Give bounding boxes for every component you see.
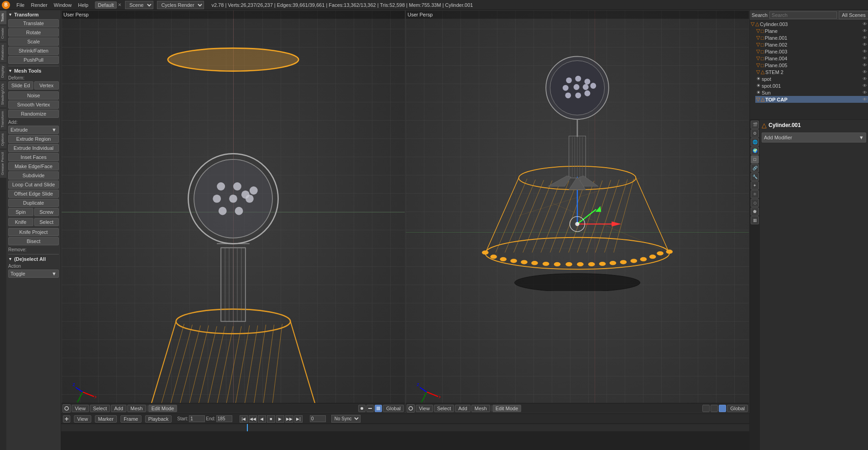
tab-options[interactable]: Options xyxy=(0,130,6,149)
loop-cut-slide-btn[interactable]: Loop Cut and Slide xyxy=(8,180,59,189)
timeline-icon[interactable] xyxy=(63,415,70,423)
prop-tab-world[interactable]: 🌍 xyxy=(751,147,759,155)
prop-tab-constraints[interactable]: 🔗 xyxy=(751,164,759,172)
right-viewport-mode-icon[interactable] xyxy=(407,404,415,413)
shrink-fatten-btn[interactable]: Shrink/Fatten xyxy=(8,47,59,55)
duplicate-btn[interactable]: Duplicate xyxy=(8,199,59,207)
menu-render[interactable]: Render xyxy=(28,1,50,9)
timeline-view-btn[interactable]: View xyxy=(74,415,91,423)
prop-tab-material[interactable]: ⬟ xyxy=(751,207,759,216)
add-modifier-btn[interactable]: Add Modifier ▼ xyxy=(762,132,866,143)
play-btn[interactable]: ▶ xyxy=(276,415,284,423)
right-global-btn[interactable]: Global xyxy=(727,405,748,412)
vertex-btn[interactable]: Vertex xyxy=(34,81,59,90)
knife-btn[interactable]: Knife xyxy=(8,218,33,226)
offset-edge-slide-btn[interactable]: Offset Edge Slide xyxy=(8,190,59,198)
timeline-playback-btn[interactable]: Playback xyxy=(145,415,172,423)
left-mesh-btn[interactable]: Mesh xyxy=(127,405,146,412)
spin-btn[interactable]: Spin xyxy=(8,208,33,216)
scene-selector[interactable]: Scene xyxy=(125,1,153,9)
subdivide-btn[interactable]: Subdivide xyxy=(8,171,59,180)
outliner-item-stem2[interactable]: ▽ △ STEM 2 👁 xyxy=(755,69,868,75)
outliner-item-cylinder003[interactable]: ▽ △ Cylinder.003 👁 xyxy=(750,21,868,27)
push-pull-btn[interactable]: PushPull xyxy=(8,56,59,64)
translate-btn[interactable]: Translate xyxy=(8,19,59,27)
tab-transform[interactable]: Transform xyxy=(0,108,6,130)
bisect-btn[interactable]: Bisect xyxy=(8,237,59,245)
viewport-left[interactable]: User Persp xyxy=(61,10,405,413)
outliner-item-plane005[interactable]: ▽ □ Plane.005 👁 xyxy=(755,62,868,69)
slide-edge-btn[interactable]: Slide Ed xyxy=(8,81,33,90)
prop-tab-particles[interactable]: ✦ xyxy=(751,181,759,190)
mesh-tools-section-header[interactable]: ▼ Mesh Tools xyxy=(8,68,59,74)
timeline-track[interactable] xyxy=(61,431,749,450)
tab-shading[interactable]: Shading/UVs xyxy=(0,80,6,108)
prop-tab-object[interactable]: □ xyxy=(751,155,759,164)
render-engine-selector[interactable]: Cycles Render xyxy=(157,1,204,9)
menu-window[interactable]: Window xyxy=(51,1,74,9)
tab-grease-pencil[interactable]: Grease Pencil xyxy=(0,149,6,178)
extrude-dropdown[interactable]: Extrude ▼ xyxy=(8,126,59,134)
left-global-btn[interactable]: Global xyxy=(383,405,404,412)
outliner-item-plane[interactable]: ▽ □ Plane 👁 xyxy=(755,27,868,34)
toggle-dropdown[interactable]: Toggle ▼ xyxy=(8,270,59,278)
left-edit-mode-btn[interactable]: Edit Mode xyxy=(148,405,178,412)
prev-frame-btn[interactable]: ◀◀ xyxy=(249,415,257,423)
make-edge-face-btn[interactable]: Make Edge/Face xyxy=(8,162,59,170)
right-mesh-btn[interactable]: Mesh xyxy=(471,405,490,412)
transform-section-header[interactable]: ▼ Transform xyxy=(8,12,59,17)
prop-tab-texture[interactable]: ▦ xyxy=(751,216,759,224)
timeline-frame-btn[interactable]: Frame xyxy=(120,415,141,423)
left-select-btn[interactable]: Select xyxy=(90,405,110,412)
prop-tab-physics[interactable]: ⚛ xyxy=(751,190,759,198)
select-btn[interactable]: Select xyxy=(34,218,59,226)
start-frame-input[interactable] xyxy=(189,415,205,422)
outliner-item-spot001[interactable]: ☀ spot.001 👁 xyxy=(755,82,868,89)
end-frame-input[interactable] xyxy=(216,415,232,422)
skip-start-btn[interactable]: |◀ xyxy=(240,415,248,423)
skip-end-btn[interactable]: ▶| xyxy=(294,415,303,423)
right-vertex-mode[interactable] xyxy=(702,405,710,412)
outliner-item-spot[interactable]: ☀ spot 👁 xyxy=(755,75,868,82)
prop-tab-data[interactable]: ◇ xyxy=(751,199,759,207)
noise-btn[interactable]: Noise xyxy=(8,91,59,100)
prop-tab-render[interactable]: 🎬 xyxy=(751,121,759,129)
left-face-mode[interactable] xyxy=(375,405,382,412)
outliner-item-top-cap[interactable]: ▽ △ TOP CAP 👁 xyxy=(755,96,868,103)
inset-faces-btn[interactable]: Inset Faces xyxy=(8,153,59,161)
right-view-btn[interactable]: View xyxy=(416,405,433,412)
right-edge-mode[interactable] xyxy=(711,405,718,412)
left-view-btn[interactable]: View xyxy=(72,405,89,412)
right-face-mode[interactable] xyxy=(719,405,726,412)
menu-file[interactable]: File xyxy=(14,1,27,9)
outliner-scene-dropdown[interactable]: All Scenes xyxy=(839,11,868,19)
extrude-region-btn[interactable]: Extrude Region xyxy=(8,135,59,143)
reverse-play-btn[interactable]: ◀ xyxy=(258,415,266,423)
prop-tab-scene[interactable]: 🌐 xyxy=(751,138,759,146)
tab-display[interactable]: Display xyxy=(0,63,6,80)
screw-btn[interactable]: Screw xyxy=(34,208,59,216)
stop-btn[interactable]: ■ xyxy=(267,415,275,423)
sync-selector[interactable]: No Sync xyxy=(331,415,361,423)
scale-btn[interactable]: Scale xyxy=(8,37,59,46)
outliner-item-plane001[interactable]: ▽ □ Plane.001 👁 xyxy=(755,34,868,41)
right-add-btn[interactable]: Add xyxy=(455,405,471,412)
outliner-item-plane002[interactable]: ▽ □ Plane.002 👁 xyxy=(755,41,868,48)
prop-tab-layers[interactable]: ⚙ xyxy=(751,129,759,138)
outliner-item-sun[interactable]: ☀ Sun 👁 xyxy=(755,89,868,96)
smooth-vertex-btn[interactable]: Smooth Vertex xyxy=(8,101,59,109)
menu-help[interactable]: Help xyxy=(75,1,91,9)
right-select-btn[interactable]: Select xyxy=(434,405,455,412)
viewport-right[interactable]: User Persp xyxy=(405,10,749,413)
workspace-selector[interactable]: Default xyxy=(95,1,117,9)
knife-project-btn[interactable]: Knife Project xyxy=(8,228,59,236)
left-edge-mode[interactable] xyxy=(366,405,374,412)
prop-tab-modifiers[interactable]: 🔧 xyxy=(751,173,759,181)
next-frame-btn[interactable]: ▶▶ xyxy=(285,415,293,423)
timeline-marker-btn[interactable]: Marker xyxy=(95,415,117,423)
rotate-btn[interactable]: Rotate xyxy=(8,28,59,37)
randomize-btn[interactable]: Randomize xyxy=(8,110,59,118)
extrude-individual-btn[interactable]: Extrude Individual xyxy=(8,144,59,152)
outliner-item-plane003[interactable]: ▽ □ Plane.003 👁 xyxy=(755,48,868,55)
left-viewport-mode-icon[interactable] xyxy=(63,404,71,413)
